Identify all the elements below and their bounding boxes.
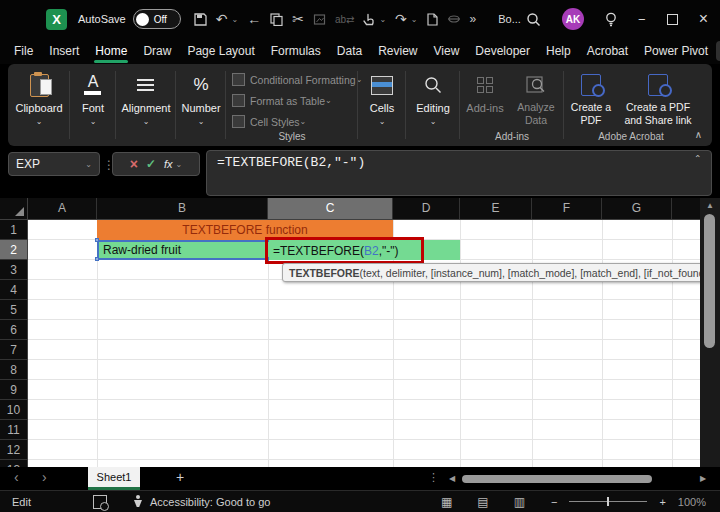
tab-acrobat[interactable]: Acrobat (579, 38, 636, 64)
alignment-button[interactable]: Alignment ⌄ (122, 64, 171, 146)
row-header-6[interactable]: 6 (0, 320, 27, 340)
tab-insert[interactable]: Insert (41, 38, 87, 64)
clipboard-button[interactable]: Clipboard ⌄ (15, 64, 62, 146)
cell-b2[interactable]: Raw-dried fruit (97, 240, 268, 260)
formula-bar[interactable]: =TEXTBEFORE(B2,"-") ⌄ (206, 150, 712, 196)
tab-page-layout[interactable]: Page Layout (179, 38, 262, 64)
tab-help[interactable]: Help (538, 38, 579, 64)
normal-view-icon[interactable]: ▦ (441, 495, 452, 509)
lightbulb-icon[interactable] (605, 12, 617, 27)
row-header-13[interactable]: 13 (0, 460, 27, 467)
vertical-scrollbar[interactable]: ▲ (700, 198, 720, 467)
sheetbar-dots-icon[interactable]: ⋮ (428, 471, 439, 484)
name-box[interactable]: EXP ⌄ (8, 152, 100, 176)
save-icon[interactable] (194, 13, 207, 26)
add-sheet-icon[interactable]: + (176, 469, 184, 485)
row-header-9[interactable]: 9 (0, 380, 27, 400)
column-header-b[interactable]: B (97, 198, 268, 219)
column-header-f[interactable]: F (532, 198, 602, 219)
collapse-ribbon-icon[interactable]: ∧ (695, 129, 702, 140)
comments-button[interactable] (716, 41, 720, 61)
tab-data[interactable]: Data (329, 38, 370, 64)
tab-home[interactable]: Home (87, 38, 135, 64)
cell-styles-button[interactable]: Cell Styles⌄ (232, 115, 358, 128)
row-header-2[interactable]: 2 (0, 240, 27, 260)
undo-icon[interactable]: ↶ (216, 11, 228, 27)
row-header-4[interactable]: 4 (0, 280, 27, 300)
row-header-3[interactable]: 3 (0, 260, 27, 280)
zoom-slider[interactable] (569, 501, 647, 502)
column-header-g[interactable]: G (602, 198, 672, 219)
document-name[interactable]: Bo... (498, 13, 521, 25)
name-box-value: EXP (16, 157, 90, 171)
qat-overflow-icon[interactable]: » (470, 12, 477, 26)
cell-grid[interactable]: TEXTBEFORE function Raw-dried fruit =TEX… (28, 220, 700, 467)
maximize-button[interactable] (667, 14, 678, 25)
row-header-12[interactable]: 12 (0, 440, 27, 460)
excel-logo-icon[interactable]: X (46, 9, 67, 30)
tab-developer[interactable]: Developer (467, 38, 538, 64)
tab-formulas[interactable]: Formulas (263, 38, 329, 64)
row-header-1[interactable]: 1 (0, 220, 27, 240)
cut-icon[interactable]: ✂ (292, 11, 304, 27)
page-break-view-icon[interactable]: ▥ (514, 495, 525, 509)
column-header-a[interactable]: A (28, 198, 97, 219)
macro-record-icon[interactable] (93, 495, 107, 509)
column-header-e[interactable]: E (460, 198, 532, 219)
row-header-5[interactable]: 5 (0, 300, 27, 320)
next-sheet-icon[interactable]: › (42, 469, 47, 485)
copy-icon[interactable] (270, 13, 283, 26)
zoom-level[interactable]: 100% (678, 496, 706, 508)
column-header-d[interactable]: D (393, 198, 460, 219)
prev-sheet-icon[interactable]: ‹ (14, 469, 19, 485)
scroll-right-icon[interactable]: ▶ (700, 474, 706, 483)
formula-bar-collapse-icon[interactable]: ⌄ (694, 153, 702, 163)
replace-icon: ab⇄ (335, 14, 355, 25)
column-header-c[interactable]: C (268, 198, 393, 219)
back-icon[interactable]: ← (247, 11, 261, 27)
row-header-8[interactable]: 8 (0, 360, 27, 380)
row-header-11[interactable]: 11 (0, 420, 27, 440)
close-button[interactable]: × (699, 10, 708, 28)
touch-mode-chevron-icon[interactable]: ⌄ (379, 15, 386, 24)
cell-c2-edit[interactable]: =TEXTBEFORE(B2,"-") (265, 237, 424, 264)
redo-chevron-icon[interactable]: ⌄ (411, 15, 418, 24)
avatar[interactable]: AK (562, 8, 584, 30)
format-as-table-button[interactable]: Format as Table⌄ (232, 94, 358, 107)
minimize-button[interactable]: − (638, 12, 646, 27)
new-file-icon[interactable] (427, 13, 438, 26)
touch-mode-icon[interactable] (363, 13, 375, 26)
undo-chevron-icon[interactable]: ⌄ (231, 15, 238, 24)
conditional-formatting-button[interactable]: Conditional Formatting⌄ (232, 73, 358, 86)
tab-draw[interactable]: Draw (135, 38, 179, 64)
enter-icon[interactable]: ✓ (146, 157, 156, 171)
page-layout-view-icon[interactable]: ▤ (477, 495, 488, 509)
horizontal-scroll-thumb[interactable] (462, 475, 652, 483)
tab-view[interactable]: View (426, 38, 468, 64)
font-button[interactable]: A Font ⌄ (82, 64, 104, 146)
number-button[interactable]: % Number ⌄ (181, 64, 220, 146)
cells-button[interactable]: Cells ⌄ (370, 64, 394, 146)
select-all-corner[interactable] (0, 198, 28, 220)
zoom-in-icon[interactable]: + (659, 496, 665, 508)
scroll-left-icon[interactable]: ◀ (449, 474, 455, 483)
tab-review[interactable]: Review (370, 38, 425, 64)
redo-icon[interactable]: ↷ (395, 11, 407, 27)
vertical-scroll-thumb[interactable] (704, 214, 715, 348)
editing-button[interactable]: Editing ⌄ (416, 64, 450, 146)
autosave-toggle[interactable]: Off (133, 9, 181, 29)
search-icon[interactable] (526, 12, 541, 27)
row-header-10[interactable]: 10 (0, 400, 27, 420)
sheet-tab-sheet1[interactable]: Sheet1 (88, 467, 140, 490)
scroll-up-icon[interactable]: ▲ (700, 201, 720, 210)
zoom-out-icon[interactable]: − (551, 496, 557, 508)
zoom-slider-thumb[interactable] (607, 497, 609, 506)
cancel-icon[interactable]: × (130, 156, 138, 172)
tab-file[interactable]: File (6, 38, 41, 64)
tab-power-pivot[interactable]: Power Pivot (636, 38, 716, 64)
fx-chevron-icon[interactable]: ⌄ (176, 160, 183, 169)
accessibility-status[interactable]: Accessibility: Good to go (133, 495, 270, 508)
column-header-partial[interactable] (672, 198, 700, 219)
insert-function-icon[interactable]: fx (164, 158, 173, 170)
row-header-7[interactable]: 7 (0, 340, 27, 360)
